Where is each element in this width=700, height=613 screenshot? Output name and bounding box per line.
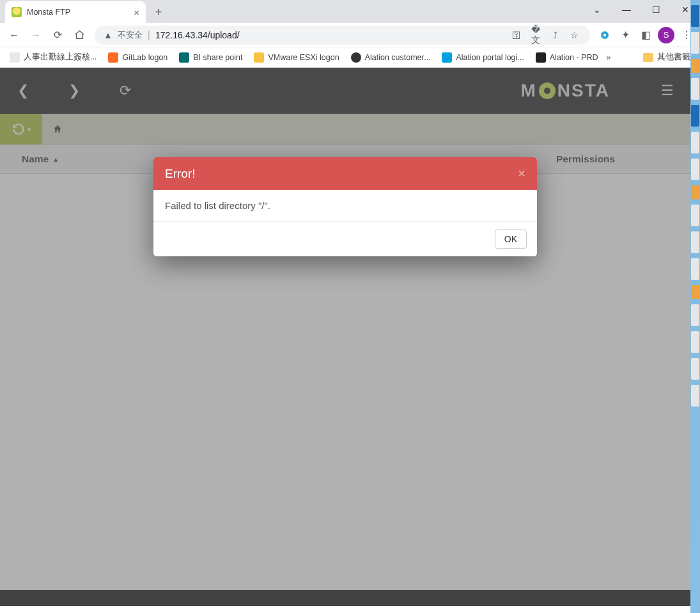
- bookmark-item[interactable]: BI share point: [175, 49, 247, 66]
- url-text: 172.16.43.34/upload/: [155, 30, 240, 40]
- bookmark-item[interactable]: Alation - PRD: [531, 49, 603, 66]
- toolbar: ← → ⟳ ▲ 不安全 | 172.16.43.34/upload/ ⚿ �文 …: [0, 23, 700, 47]
- window-maximize-button[interactable]: ☐: [641, 0, 671, 19]
- window-controls: ⌄ — ☐ ✕: [582, 0, 700, 19]
- svg-point-1: [603, 33, 607, 36]
- address-separator: |: [148, 29, 150, 41]
- bookmark-item[interactable]: Alation portal logi...: [437, 49, 528, 66]
- profile-avatar[interactable]: S: [658, 27, 674, 43]
- address-bar[interactable]: ▲ 不安全 | 172.16.43.34/upload/ ⚿ �文 ⤴ ☆: [95, 26, 590, 45]
- insecure-warning-icon: ▲: [104, 30, 113, 40]
- browser-tab[interactable]: Monsta FTP ×: [5, 1, 146, 23]
- bookmark-item[interactable]: 人事出勤線上簽核...: [5, 49, 101, 66]
- sidepanel-icon[interactable]: ◧: [637, 27, 654, 43]
- nav-back-button[interactable]: ←: [5, 26, 23, 44]
- bookmark-label: BI share point: [193, 53, 242, 62]
- modal-ok-label: OK: [504, 234, 517, 244]
- key-icon[interactable]: ⚿: [509, 30, 524, 40]
- bookmark-item[interactable]: Alation customer...: [346, 49, 435, 66]
- modal-ok-button[interactable]: OK: [495, 229, 527, 249]
- window-minimize-button[interactable]: —: [612, 0, 641, 19]
- modal-message: Failed to list directory "/".: [165, 200, 270, 211]
- bookmark-label: Alation portal logi...: [456, 53, 524, 62]
- nav-forward-button[interactable]: →: [27, 26, 45, 44]
- extension-shield-icon[interactable]: [596, 27, 613, 43]
- modal-footer: OK: [153, 222, 537, 256]
- share-icon[interactable]: ⤴: [548, 30, 562, 40]
- tab-title: Monsta FTP: [27, 8, 70, 17]
- tab-favicon-icon: [12, 7, 22, 17]
- folder-icon: [643, 53, 653, 62]
- bookmark-label: Alation customer...: [365, 53, 431, 62]
- bookmark-label: GitLab logon: [122, 53, 167, 62]
- new-tab-button[interactable]: +: [150, 3, 167, 21]
- tab-close-button[interactable]: ×: [134, 7, 139, 18]
- bookmarks-overflow-button[interactable]: »: [607, 53, 611, 62]
- other-bookmarks-button[interactable]: 其他書籤: [639, 49, 695, 66]
- bookmark-label: Alation - PRD: [550, 53, 598, 62]
- modal-title: Error!: [165, 167, 196, 181]
- error-modal: Error! × Failed to list directory "/". O…: [153, 157, 537, 256]
- bookmark-item[interactable]: VMware ESXi logon: [249, 49, 343, 66]
- bookmark-item[interactable]: GitLab logon: [104, 49, 172, 66]
- modal-body: Failed to list directory "/".: [153, 190, 537, 222]
- bookmarks-bar: 人事出勤線上簽核... GitLab logon BI share point …: [0, 47, 700, 68]
- bookmark-star-icon[interactable]: ☆: [567, 30, 581, 40]
- desktop-edge: [690, 0, 700, 613]
- avatar-letter: S: [664, 30, 669, 40]
- app-viewport: ❮ ❯ ⟳ M NSTA ☰ ▾ Name ▲ Permissions: [0, 68, 690, 606]
- modal-backdrop: [0, 68, 690, 606]
- translate-icon[interactable]: �文: [529, 24, 543, 46]
- insecure-label: 不安全: [118, 29, 143, 41]
- bookmark-label: 人事出勤線上簽核...: [24, 52, 97, 63]
- extensions-puzzle-icon[interactable]: ✦: [617, 27, 634, 43]
- nav-home-button[interactable]: [70, 26, 88, 44]
- other-bookmarks-label: 其他書籤: [657, 52, 690, 63]
- bookmark-label: VMware ESXi logon: [268, 53, 339, 62]
- window-close-button[interactable]: ✕: [671, 0, 700, 19]
- window-caret-icon[interactable]: ⌄: [582, 0, 612, 19]
- modal-close-button[interactable]: ×: [518, 166, 525, 181]
- modal-header: Error! ×: [153, 157, 537, 190]
- nav-reload-button[interactable]: ⟳: [49, 26, 66, 44]
